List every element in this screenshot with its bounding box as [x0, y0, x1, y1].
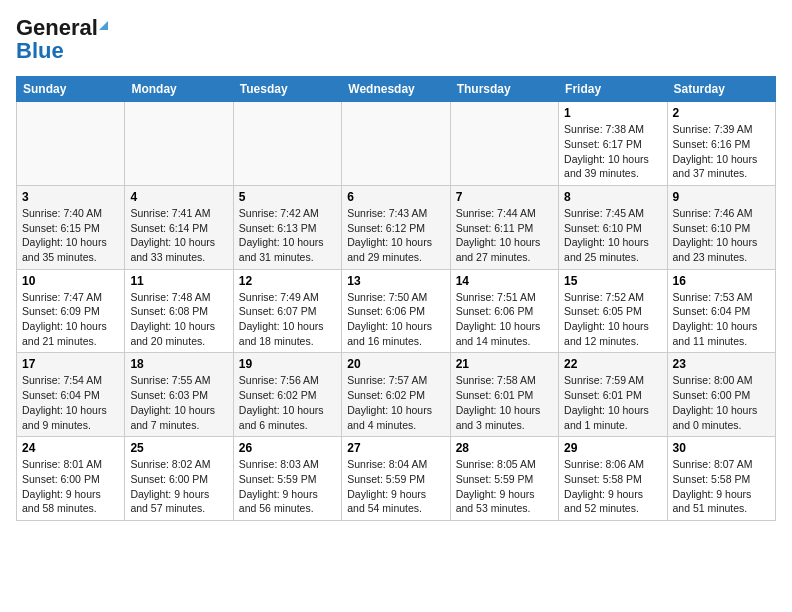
day-number: 4 [130, 190, 227, 204]
day-number: 19 [239, 357, 336, 371]
calendar-cell: 3Sunrise: 7:40 AM Sunset: 6:15 PM Daylig… [17, 185, 125, 269]
calendar-cell: 11Sunrise: 7:48 AM Sunset: 6:08 PM Dayli… [125, 269, 233, 353]
day-info: Sunrise: 7:55 AM Sunset: 6:03 PM Dayligh… [130, 373, 227, 432]
calendar-cell [233, 102, 341, 186]
col-header-thursday: Thursday [450, 77, 558, 102]
calendar-cell [17, 102, 125, 186]
calendar-cell: 23Sunrise: 8:00 AM Sunset: 6:00 PM Dayli… [667, 353, 775, 437]
day-number: 27 [347, 441, 444, 455]
day-number: 10 [22, 274, 119, 288]
calendar-cell: 9Sunrise: 7:46 AM Sunset: 6:10 PM Daylig… [667, 185, 775, 269]
col-header-sunday: Sunday [17, 77, 125, 102]
calendar-cell: 18Sunrise: 7:55 AM Sunset: 6:03 PM Dayli… [125, 353, 233, 437]
col-header-monday: Monday [125, 77, 233, 102]
day-number: 25 [130, 441, 227, 455]
calendar-cell: 30Sunrise: 8:07 AM Sunset: 5:58 PM Dayli… [667, 437, 775, 521]
calendar-cell: 13Sunrise: 7:50 AM Sunset: 6:06 PM Dayli… [342, 269, 450, 353]
col-header-wednesday: Wednesday [342, 77, 450, 102]
calendar-cell [450, 102, 558, 186]
calendar-cell: 1Sunrise: 7:38 AM Sunset: 6:17 PM Daylig… [559, 102, 667, 186]
calendar-cell [342, 102, 450, 186]
calendar-cell: 6Sunrise: 7:43 AM Sunset: 6:12 PM Daylig… [342, 185, 450, 269]
day-number: 18 [130, 357, 227, 371]
calendar-cell: 12Sunrise: 7:49 AM Sunset: 6:07 PM Dayli… [233, 269, 341, 353]
logo-text: General [16, 16, 108, 40]
calendar-cell: 5Sunrise: 7:42 AM Sunset: 6:13 PM Daylig… [233, 185, 341, 269]
calendar-cell: 25Sunrise: 8:02 AM Sunset: 6:00 PM Dayli… [125, 437, 233, 521]
day-number: 30 [673, 441, 770, 455]
day-info: Sunrise: 8:07 AM Sunset: 5:58 PM Dayligh… [673, 457, 770, 516]
day-number: 21 [456, 357, 553, 371]
day-number: 15 [564, 274, 661, 288]
day-info: Sunrise: 7:40 AM Sunset: 6:15 PM Dayligh… [22, 206, 119, 265]
calendar-cell: 29Sunrise: 8:06 AM Sunset: 5:58 PM Dayli… [559, 437, 667, 521]
day-info: Sunrise: 7:38 AM Sunset: 6:17 PM Dayligh… [564, 122, 661, 181]
page-header: General Blue [16, 16, 776, 64]
calendar-cell: 24Sunrise: 8:01 AM Sunset: 6:00 PM Dayli… [17, 437, 125, 521]
day-info: Sunrise: 7:58 AM Sunset: 6:01 PM Dayligh… [456, 373, 553, 432]
day-info: Sunrise: 7:43 AM Sunset: 6:12 PM Dayligh… [347, 206, 444, 265]
day-info: Sunrise: 7:41 AM Sunset: 6:14 PM Dayligh… [130, 206, 227, 265]
calendar-cell: 19Sunrise: 7:56 AM Sunset: 6:02 PM Dayli… [233, 353, 341, 437]
day-number: 22 [564, 357, 661, 371]
calendar-cell [125, 102, 233, 186]
day-number: 3 [22, 190, 119, 204]
day-number: 23 [673, 357, 770, 371]
calendar-cell: 27Sunrise: 8:04 AM Sunset: 5:59 PM Dayli… [342, 437, 450, 521]
day-info: Sunrise: 7:44 AM Sunset: 6:11 PM Dayligh… [456, 206, 553, 265]
day-info: Sunrise: 7:54 AM Sunset: 6:04 PM Dayligh… [22, 373, 119, 432]
day-info: Sunrise: 7:53 AM Sunset: 6:04 PM Dayligh… [673, 290, 770, 349]
day-info: Sunrise: 7:45 AM Sunset: 6:10 PM Dayligh… [564, 206, 661, 265]
day-info: Sunrise: 8:06 AM Sunset: 5:58 PM Dayligh… [564, 457, 661, 516]
day-number: 1 [564, 106, 661, 120]
day-info: Sunrise: 8:02 AM Sunset: 6:00 PM Dayligh… [130, 457, 227, 516]
day-number: 29 [564, 441, 661, 455]
calendar-cell: 4Sunrise: 7:41 AM Sunset: 6:14 PM Daylig… [125, 185, 233, 269]
day-info: Sunrise: 7:39 AM Sunset: 6:16 PM Dayligh… [673, 122, 770, 181]
day-info: Sunrise: 7:59 AM Sunset: 6:01 PM Dayligh… [564, 373, 661, 432]
day-number: 7 [456, 190, 553, 204]
day-number: 28 [456, 441, 553, 455]
calendar-cell: 20Sunrise: 7:57 AM Sunset: 6:02 PM Dayli… [342, 353, 450, 437]
calendar-cell: 17Sunrise: 7:54 AM Sunset: 6:04 PM Dayli… [17, 353, 125, 437]
col-header-friday: Friday [559, 77, 667, 102]
day-info: Sunrise: 7:56 AM Sunset: 6:02 PM Dayligh… [239, 373, 336, 432]
day-number: 20 [347, 357, 444, 371]
day-number: 5 [239, 190, 336, 204]
day-number: 12 [239, 274, 336, 288]
day-number: 2 [673, 106, 770, 120]
day-number: 14 [456, 274, 553, 288]
day-info: Sunrise: 7:52 AM Sunset: 6:05 PM Dayligh… [564, 290, 661, 349]
logo: General Blue [16, 16, 108, 64]
day-info: Sunrise: 7:48 AM Sunset: 6:08 PM Dayligh… [130, 290, 227, 349]
day-number: 26 [239, 441, 336, 455]
day-info: Sunrise: 7:51 AM Sunset: 6:06 PM Dayligh… [456, 290, 553, 349]
col-header-saturday: Saturday [667, 77, 775, 102]
calendar-cell: 21Sunrise: 7:58 AM Sunset: 6:01 PM Dayli… [450, 353, 558, 437]
calendar-cell: 8Sunrise: 7:45 AM Sunset: 6:10 PM Daylig… [559, 185, 667, 269]
calendar-cell: 28Sunrise: 8:05 AM Sunset: 5:59 PM Dayli… [450, 437, 558, 521]
day-info: Sunrise: 7:46 AM Sunset: 6:10 PM Dayligh… [673, 206, 770, 265]
day-info: Sunrise: 7:50 AM Sunset: 6:06 PM Dayligh… [347, 290, 444, 349]
day-info: Sunrise: 7:47 AM Sunset: 6:09 PM Dayligh… [22, 290, 119, 349]
logo-blue: Blue [16, 38, 64, 64]
calendar-cell: 16Sunrise: 7:53 AM Sunset: 6:04 PM Dayli… [667, 269, 775, 353]
calendar-table: SundayMondayTuesdayWednesdayThursdayFrid… [16, 76, 776, 521]
day-number: 8 [564, 190, 661, 204]
day-number: 24 [22, 441, 119, 455]
day-number: 17 [22, 357, 119, 371]
day-info: Sunrise: 8:00 AM Sunset: 6:00 PM Dayligh… [673, 373, 770, 432]
day-info: Sunrise: 7:49 AM Sunset: 6:07 PM Dayligh… [239, 290, 336, 349]
calendar-cell: 2Sunrise: 7:39 AM Sunset: 6:16 PM Daylig… [667, 102, 775, 186]
day-number: 13 [347, 274, 444, 288]
day-info: Sunrise: 8:04 AM Sunset: 5:59 PM Dayligh… [347, 457, 444, 516]
calendar-cell: 26Sunrise: 8:03 AM Sunset: 5:59 PM Dayli… [233, 437, 341, 521]
day-info: Sunrise: 7:42 AM Sunset: 6:13 PM Dayligh… [239, 206, 336, 265]
day-info: Sunrise: 8:01 AM Sunset: 6:00 PM Dayligh… [22, 457, 119, 516]
day-number: 9 [673, 190, 770, 204]
col-header-tuesday: Tuesday [233, 77, 341, 102]
day-number: 6 [347, 190, 444, 204]
day-number: 11 [130, 274, 227, 288]
day-info: Sunrise: 8:05 AM Sunset: 5:59 PM Dayligh… [456, 457, 553, 516]
day-info: Sunrise: 7:57 AM Sunset: 6:02 PM Dayligh… [347, 373, 444, 432]
